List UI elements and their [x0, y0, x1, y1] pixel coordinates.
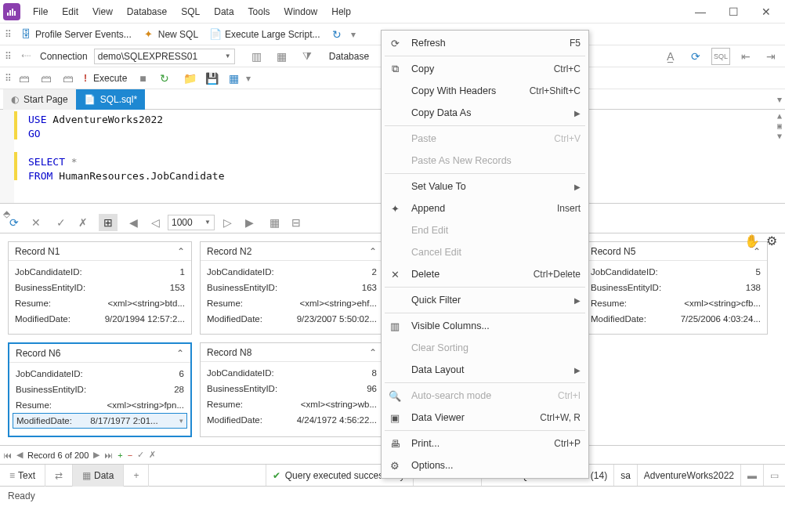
stop-icon[interactable]: ■ [133, 70, 152, 87]
minimize-button[interactable]: — [685, 2, 716, 21]
add-record-icon[interactable]: + [118, 451, 122, 460]
ctx-options[interactable]: ⚙Options... [382, 454, 588, 476]
ctx-set-value[interactable]: Set Value To▶ [382, 176, 588, 197]
menu-edit[interactable]: Edit [56, 3, 85, 20]
ctx-copy-data-as[interactable]: Copy Data As▶ [382, 102, 588, 124]
grid-mode-icon-2[interactable]: ⊟ [287, 214, 306, 231]
record-card[interactable]: Record N8⌃ JobCandidateID:8 BusinessEnti… [200, 342, 384, 437]
run-icon[interactable]: ↻ [155, 70, 174, 87]
record-card-selected[interactable]: Record N6⌃ JobCandidateID:6 BusinessEnti… [8, 342, 192, 437]
menu-sql[interactable]: SQL [175, 3, 206, 20]
layout-icon-2[interactable]: ▭ [770, 470, 779, 481]
db-tool-3[interactable]: 🗃 [59, 70, 78, 87]
db-icon[interactable]: ▥ [248, 48, 266, 65]
close-button[interactable]: ✕ [751, 2, 782, 21]
ctx-refresh[interactable]: ⟳RefreshF5 [382, 32, 588, 54]
exec-large-script-button[interactable]: 📄Execute Large Script... [206, 27, 323, 42]
cancel-icon[interactable]: ✕ [27, 214, 45, 231]
ctx-data-viewer[interactable]: ▣Data ViewerCtrl+W, R [382, 407, 588, 429]
menubar: File Edit View Database SQL Data Tools W… [27, 3, 357, 20]
ctx-data-layout[interactable]: Data Layout▶ [382, 359, 588, 381]
record-card[interactable]: Record N1⌃ JobCandidateID:1 BusinessEnti… [8, 241, 192, 335]
tabs-dropdown-icon[interactable]: ▾ [777, 94, 782, 105]
ctx-delete[interactable]: ✕DeleteCtrl+Delete [382, 263, 588, 285]
collapse-icon[interactable]: ⌃ [177, 246, 185, 257]
nav-next-icon[interactable]: ▶ [93, 450, 99, 460]
profile-events-button[interactable]: 🗄Profile Server Events... [16, 27, 135, 42]
menu-data[interactable]: Data [208, 3, 240, 20]
tab-text[interactable]: ≡Text [0, 465, 45, 487]
grid-mode-icon[interactable]: ▦ [265, 214, 284, 231]
tab-add[interactable]: + [124, 465, 149, 487]
layout-icon-1[interactable]: ▬ [747, 470, 757, 481]
db-icon-2[interactable]: ▦ [273, 48, 291, 65]
tab-start-page[interactable]: ◐Start Page [3, 89, 76, 110]
pan-icon[interactable]: ✋ [744, 233, 760, 248]
tab-data[interactable]: ▦Data [73, 465, 124, 487]
status-bar: Ready [0, 486, 785, 505]
refresh-icon[interactable]: ↻ [327, 26, 346, 43]
print-icon: 🖶 [388, 438, 402, 450]
ctx-quick-filter[interactable]: Quick Filter▶ [382, 289, 588, 311]
menu-help[interactable]: Help [325, 3, 357, 20]
card-view-icon[interactable]: ⊞ [99, 214, 118, 231]
collapse-icon[interactable]: ⌃ [176, 348, 184, 359]
ctx-paste-new: Paste As New Records [382, 150, 588, 172]
next-page-icon[interactable]: ▷ [218, 214, 237, 231]
nav-prev-icon[interactable]: ◀ [16, 450, 23, 460]
ctx-print[interactable]: 🖶Print...Ctrl+P [382, 432, 588, 454]
db-tool-1[interactable]: 🗃 [15, 70, 34, 87]
context-menu: ⟳RefreshF5 ⧉CopyCtrl+C Copy With Headers… [381, 30, 589, 479]
execute-button[interactable]: Execute [90, 71, 130, 85]
save-icon[interactable]: 💾 [202, 70, 221, 87]
prev-page-icon[interactable]: ◁ [146, 214, 165, 231]
menu-database[interactable]: Database [121, 3, 173, 20]
settings-icon[interactable]: ⚙ [766, 233, 777, 248]
collapse-icon[interactable]: ⌃ [369, 246, 377, 257]
prev-conn-icon[interactable]: ⬸ [18, 51, 34, 62]
status-ready: Ready [8, 490, 35, 501]
commit-record-icon[interactable]: ✓ [137, 450, 144, 460]
editor-nav-down-icon[interactable]: ▼ [777, 132, 782, 140]
revert-record-icon[interactable]: ✗ [149, 450, 156, 460]
ctx-visible-columns[interactable]: ▥Visible Columns... [382, 315, 588, 337]
record-card[interactable]: Record N5⌃ JobCandidateID:5 BusinessEnti… [584, 241, 768, 335]
db-tool-2[interactable]: 🗃 [37, 70, 56, 87]
delete-record-icon[interactable]: − [128, 451, 132, 460]
menu-window[interactable]: Window [278, 3, 324, 20]
menu-tools[interactable]: Tools [242, 3, 277, 20]
sql-box-icon[interactable]: SQL [711, 48, 730, 65]
tab-swap[interactable]: ⇄ [45, 465, 73, 487]
tab-sql[interactable]: 📄SQL.sql* [76, 89, 145, 110]
editor-nav-up-icon[interactable]: ▲ [777, 111, 782, 120]
folder-icon[interactable]: 📁 [180, 70, 199, 87]
grid-icon[interactable]: ▦ [224, 70, 243, 87]
gear-icon: ⚙ [388, 460, 402, 472]
first-page-icon[interactable]: ◀ [124, 214, 143, 231]
refresh-icon: ⟳ [388, 38, 402, 49]
page-size-selector[interactable]: 1000▼ [168, 215, 215, 230]
collapse-icon[interactable]: ⌃ [369, 347, 377, 358]
indent-left-icon[interactable]: ⇤ [736, 48, 755, 65]
last-page-icon[interactable]: ▶ [240, 214, 259, 231]
nav-last-icon[interactable]: ⏭ [104, 451, 113, 460]
nav-first-icon[interactable]: ⏮ [3, 451, 12, 460]
rollback-icon[interactable]: ✗ [74, 214, 92, 231]
record-card[interactable]: Record N2⌃ JobCandidateID:2 BusinessEnti… [200, 241, 384, 335]
commit-icon[interactable]: ✓ [52, 214, 71, 231]
tool-icon-a[interactable]: A̲ [661, 48, 680, 65]
menu-file[interactable]: File [27, 3, 54, 20]
ctx-copy-headers[interactable]: Copy With HeadersCtrl+Shift+C [382, 80, 588, 102]
filter-icon[interactable]: ⧩ [298, 48, 317, 65]
svg-rect-3 [14, 11, 16, 16]
editor-nav-box-icon[interactable]: ▣ [777, 121, 782, 130]
indent-right-icon[interactable]: ⇥ [761, 48, 780, 65]
refresh-icon-2[interactable]: ⟳ [686, 48, 705, 65]
ctx-append[interactable]: ✦AppendInsert [382, 197, 588, 219]
new-sql-button[interactable]: ✦New SQL [139, 27, 201, 42]
splitter-handle-icon[interactable]: ⬘ [3, 208, 14, 219]
connection-selector[interactable]: demo\SQLEXPRESS01▼ [94, 49, 235, 64]
maximize-button[interactable]: ☐ [718, 2, 749, 21]
menu-view[interactable]: View [86, 3, 119, 20]
ctx-copy[interactable]: ⧉CopyCtrl+C [382, 58, 588, 80]
